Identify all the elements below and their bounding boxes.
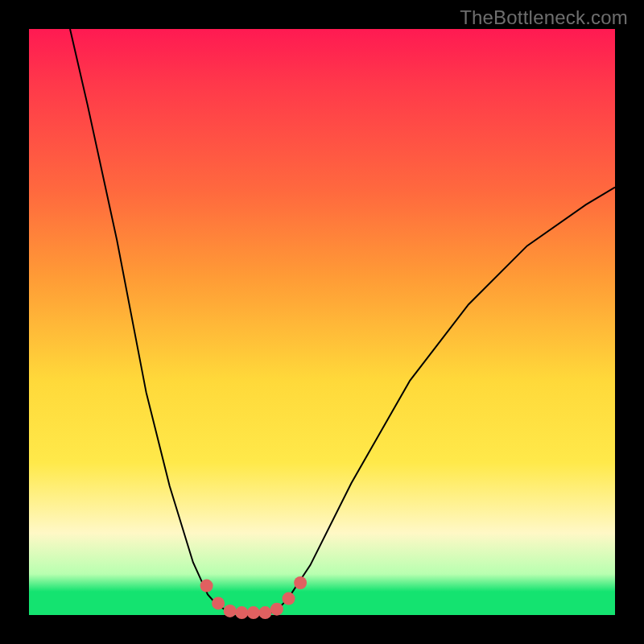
chart-svg bbox=[0, 0, 644, 644]
watermark-text: TheBottleneck.com bbox=[460, 6, 628, 29]
highlight-marker bbox=[258, 606, 271, 619]
highlight-marker bbox=[224, 605, 237, 617]
curve-group bbox=[70, 29, 615, 613]
chart-frame: TheBottleneck.com bbox=[0, 0, 644, 644]
highlight-marker bbox=[212, 597, 225, 609]
highlight-marker bbox=[247, 606, 260, 619]
highlight-marker bbox=[294, 576, 307, 589]
bottleneck-curve bbox=[70, 29, 615, 613]
highlight-marker bbox=[270, 603, 283, 616]
highlight-marker bbox=[235, 606, 248, 619]
marker-group bbox=[200, 576, 308, 619]
highlight-marker bbox=[283, 592, 295, 605]
highlight-marker bbox=[200, 580, 213, 592]
